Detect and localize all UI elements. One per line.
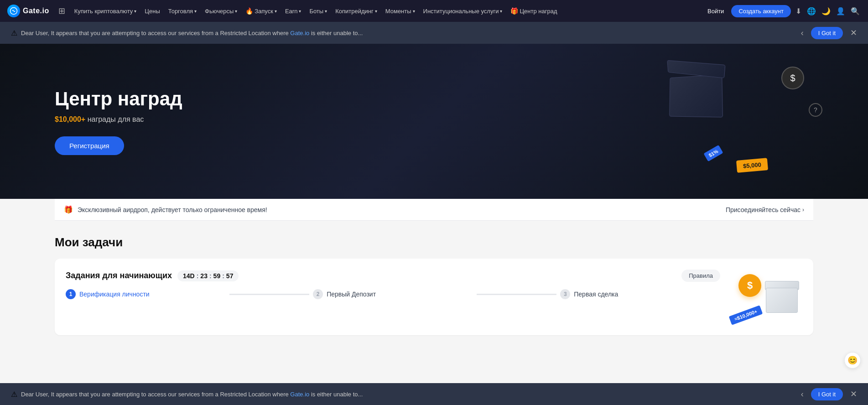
top-banner-got-it-button[interactable]: I Got it bbox=[811, 27, 843, 39]
task-coin: $ bbox=[738, 274, 761, 297]
task-steps: 1 Верификация личности 2 Первый Депозит … bbox=[66, 289, 720, 299]
task-step-1: 1 Верификация личности bbox=[66, 289, 226, 299]
logo-icon bbox=[7, 5, 20, 17]
nav-moments[interactable]: Моменты ▾ bbox=[382, 6, 419, 16]
nav-earn[interactable]: Earn ▾ bbox=[281, 6, 305, 16]
step-1-label: Верификация личности bbox=[79, 291, 226, 298]
logo-text: Gate.io bbox=[23, 7, 49, 15]
nav-bots-label: Боты bbox=[309, 8, 323, 15]
nav-institutional[interactable]: Институциональные услуги ▾ bbox=[420, 6, 506, 16]
nav-trading[interactable]: Торговля ▾ bbox=[165, 6, 200, 16]
top-banner-text: Dear User, It appears that you are attem… bbox=[21, 30, 797, 36]
nav-futures-label: Фьючерсы bbox=[205, 8, 234, 15]
timer-seconds: 57 bbox=[226, 272, 234, 280]
airdrop-link-text: Присоединяйтесь сейчас bbox=[726, 206, 800, 213]
register-button[interactable]: Создать аккаунт bbox=[731, 5, 791, 17]
nav-copytrading-arrow: ▾ bbox=[375, 9, 377, 14]
step-bar-1 bbox=[229, 294, 309, 295]
nav-trading-label: Торговля bbox=[168, 8, 193, 15]
timer-days: 14D bbox=[183, 272, 195, 280]
nav-bots[interactable]: Боты ▾ bbox=[306, 6, 331, 16]
login-button[interactable]: Войти bbox=[704, 6, 728, 16]
nav-launch-label: Запуск bbox=[255, 8, 273, 15]
nav-launch[interactable]: 🔥 Запуск ▾ bbox=[242, 5, 281, 16]
hero-subtitle: $10,000+ награды для вас bbox=[55, 115, 813, 124]
airdrop-icon: 🎁 bbox=[64, 205, 73, 214]
task-ribbon: ≈$10,000+ bbox=[729, 305, 763, 325]
hero-section: Центр наград $10,000+ награды для вас Ре… bbox=[0, 44, 868, 199]
nav-buy-crypto-arrow: ▾ bbox=[134, 9, 136, 14]
task-step-2: 2 Первый Депозит bbox=[313, 289, 473, 299]
task-step-3: 3 Первая сделка bbox=[560, 289, 720, 299]
nav-copytrading-label: Копитрейдинг bbox=[335, 8, 374, 15]
grid-icon[interactable]: ⊞ bbox=[55, 4, 69, 18]
nav-moments-label: Моменты bbox=[385, 8, 411, 15]
task-card-header: Задания для начинающих 14D : 23 : 59 : 5… bbox=[66, 270, 720, 282]
hero-subtitle-text: награды для вас bbox=[88, 115, 144, 123]
top-banner-collapse-icon[interactable]: ‹ bbox=[801, 28, 804, 38]
hero-ticket: $5,000 bbox=[736, 158, 768, 173]
timer-minutes: 59 bbox=[213, 272, 221, 280]
moon-icon[interactable]: 🌙 bbox=[821, 6, 832, 16]
nav-rewards[interactable]: 🎁 Центр наград bbox=[507, 5, 561, 16]
airdrop-text: Эксклюзивный аирдроп, действует только о… bbox=[78, 206, 726, 213]
airdrop-chevron-icon: › bbox=[802, 207, 804, 213]
search-icon[interactable]: 🔍 bbox=[850, 6, 861, 16]
step-1-number: 1 bbox=[66, 289, 76, 299]
hero-subtitle-amount: $10,000+ bbox=[55, 115, 85, 123]
hero-title: Центр наград bbox=[55, 88, 813, 110]
hero-content: Центр наград $10,000+ награды для вас Ре… bbox=[55, 88, 813, 155]
nav-launch-arrow: ▾ bbox=[275, 9, 277, 14]
nav-institutional-label: Институциональные услуги bbox=[423, 8, 499, 15]
timer-hours: 23 bbox=[200, 272, 208, 280]
step-2-number: 2 bbox=[313, 289, 323, 299]
top-banner-close-icon[interactable]: ✕ bbox=[850, 28, 857, 38]
logo[interactable]: Gate.io bbox=[7, 5, 49, 17]
gift-icon: 🎁 bbox=[510, 7, 518, 15]
hero-register-button[interactable]: Регистрация bbox=[55, 136, 124, 155]
step-2-label: Первый Депозит bbox=[327, 291, 473, 298]
task-card-title: Задания для начинающих bbox=[66, 271, 172, 280]
globe-icon[interactable]: 🌐 bbox=[806, 6, 817, 16]
main-content: 🎁 Эксклюзивный аирдроп, действует только… bbox=[0, 199, 868, 353]
nav-bots-arrow: ▾ bbox=[325, 9, 327, 14]
navbar-right: Войти Создать аккаунт ⬇ 🌐 🌙 👤 🔍 bbox=[704, 5, 861, 17]
nav-prices-label: Цены bbox=[145, 8, 160, 15]
nav-rewards-label: Центр наград bbox=[520, 8, 557, 15]
nav-earn-label: Earn bbox=[285, 8, 297, 15]
beginner-task-card: Задания для начинающих 14D : 23 : 59 : 5… bbox=[55, 259, 813, 335]
nav-trading-arrow: ▾ bbox=[194, 9, 197, 14]
nav-earn-arrow: ▾ bbox=[299, 9, 301, 14]
fire-icon: 🔥 bbox=[245, 7, 253, 15]
task-card-content: Задания для начинающих 14D : 23 : 59 : 5… bbox=[66, 270, 720, 299]
nav-buy-crypto[interactable]: Купить криптовалюту ▾ bbox=[71, 6, 140, 16]
task-box bbox=[761, 279, 802, 315]
nav-buy-crypto-label: Купить криптовалюту bbox=[74, 8, 133, 15]
timer-colon-1: : bbox=[197, 272, 199, 280]
top-banner-link[interactable]: Gate.io bbox=[290, 30, 309, 36]
timer-colon-3: : bbox=[222, 272, 224, 280]
nav-copytrading[interactable]: Копитрейдинг ▾ bbox=[332, 6, 381, 16]
download-icon[interactable]: ⬇ bbox=[795, 6, 802, 16]
user-icon[interactable]: 👤 bbox=[835, 6, 846, 16]
step-3-label: Первая сделка bbox=[574, 291, 720, 298]
airdrop-banner: 🎁 Эксклюзивный аирдроп, действует только… bbox=[55, 199, 813, 221]
nav-futures-arrow: ▾ bbox=[235, 9, 237, 14]
top-banner: ⚠ Dear User, It appears that you are att… bbox=[0, 22, 868, 44]
task-card-visual: $ ≈$10,000+ bbox=[729, 270, 802, 324]
step-bar-2 bbox=[477, 294, 556, 295]
task-box-body bbox=[766, 288, 798, 313]
top-banner-warning-icon: ⚠ bbox=[11, 29, 17, 37]
nav-prices[interactable]: Цены bbox=[141, 6, 163, 16]
timer-badge: 14D : 23 : 59 : 57 bbox=[177, 270, 239, 281]
nav-futures[interactable]: Фьючерсы ▾ bbox=[201, 6, 241, 16]
airdrop-join-link[interactable]: Присоединяйтесь сейчас › bbox=[726, 206, 804, 213]
hero-dollar-coin: $ bbox=[781, 67, 804, 89]
rules-button[interactable]: Правила bbox=[681, 270, 720, 282]
nav-items: Купить криптовалюту ▾ Цены Торговля ▾ Фь… bbox=[71, 5, 702, 16]
nav-institutional-arrow: ▾ bbox=[500, 9, 502, 14]
my-tasks-title: Мои задачи bbox=[55, 235, 813, 249]
timer-colon-2: : bbox=[209, 272, 212, 280]
navbar-icons: ⬇ 🌐 🌙 👤 🔍 bbox=[795, 6, 861, 16]
step-3-number: 3 bbox=[560, 289, 570, 299]
